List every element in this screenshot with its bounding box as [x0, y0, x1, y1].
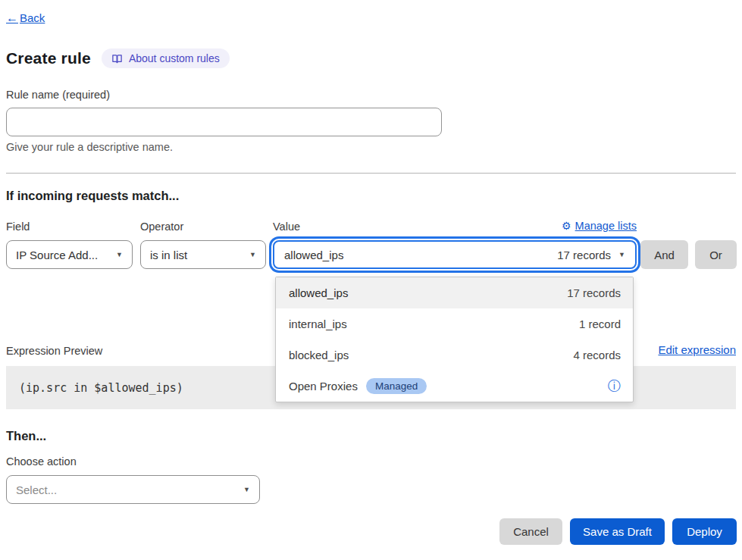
list-dropdown-panel: allowed_ips 17 records internal_ips 1 re… [275, 277, 634, 402]
or-button[interactable]: Or [695, 240, 737, 269]
cancel-button[interactable]: Cancel [499, 518, 562, 545]
about-custom-rules-badge[interactable]: About custom rules [102, 48, 230, 68]
back-link-label: Back [20, 11, 45, 24]
value-combobox-records: 17 records [557, 249, 611, 261]
deploy-button[interactable]: Deploy [672, 518, 737, 545]
page-title: Create rule [6, 49, 91, 67]
chevron-down-icon: ▼ [618, 251, 625, 258]
info-icon[interactable]: ⓘ [608, 380, 621, 393]
rule-name-input[interactable] [6, 108, 442, 136]
action-select[interactable]: Select... ▼ [6, 475, 260, 504]
chevron-down-icon: ▼ [249, 251, 256, 258]
field-select-value: IP Source Add... [16, 249, 98, 261]
rule-name-helper: Give your rule a descriptive name. [6, 141, 173, 153]
list-item-open-proxies[interactable]: Open Proxies Managed ⓘ [276, 371, 633, 402]
list-item-records: 17 records [567, 286, 621, 299]
operator-select-value: is in list [150, 249, 187, 261]
list-item-name: internal_ips [289, 318, 347, 330]
list-item-internal-ips[interactable]: internal_ips 1 record [276, 308, 633, 339]
field-label: Field [6, 221, 30, 233]
back-link[interactable]: ←Back [6, 11, 45, 25]
manage-lists-link[interactable]: Manage lists [575, 220, 637, 232]
expression-preview-label: Expression Preview [6, 345, 102, 357]
edit-expression-link[interactable]: Edit expression [658, 343, 736, 356]
create-rule-page: ←Back Create rule About custom rules Rul… [0, 0, 742, 560]
operator-label: Operator [140, 221, 183, 233]
list-item-allowed-ips[interactable]: allowed_ips 17 records [276, 277, 633, 308]
gear-icon: ⚙ [562, 220, 571, 232]
match-section-heading: If incoming requests match... [6, 189, 179, 203]
and-button[interactable]: And [640, 240, 688, 269]
managed-badge: Managed [366, 378, 427, 394]
value-combobox-selected: allowed_ips [284, 249, 343, 261]
operator-select[interactable]: is in list ▼ [140, 240, 266, 269]
list-item-name: allowed_ips [289, 286, 348, 299]
title-row: Create rule About custom rules [6, 48, 230, 68]
rule-name-label: Rule name (required) [6, 89, 110, 101]
then-section-heading: Then... [6, 429, 46, 443]
list-item-name: blocked_ips [289, 349, 349, 361]
list-item-records: 4 records [573, 349, 621, 361]
value-combobox[interactable]: allowed_ips 17 records ▼ [273, 240, 637, 269]
list-item-blocked-ips[interactable]: blocked_ips 4 records [276, 339, 633, 371]
about-badge-label: About custom rules [129, 52, 220, 64]
action-select-placeholder: Select... [16, 483, 57, 496]
section-divider [6, 173, 736, 174]
save-as-draft-button[interactable]: Save as Draft [570, 518, 665, 545]
back-arrow-icon: ← [6, 11, 18, 24]
chevron-down-icon: ▼ [243, 486, 250, 493]
manage-lists-container: ⚙Manage lists [273, 220, 637, 232]
field-select[interactable]: IP Source Add... ▼ [6, 240, 133, 269]
list-item-name: Open Proxies [289, 380, 358, 393]
list-item-records: 1 record [579, 318, 621, 330]
chevron-down-icon: ▼ [116, 251, 123, 258]
expression-code: (ip.src in $allowed_ips) [19, 381, 183, 395]
choose-action-label: Choose action [6, 455, 77, 468]
book-icon [111, 53, 123, 64]
